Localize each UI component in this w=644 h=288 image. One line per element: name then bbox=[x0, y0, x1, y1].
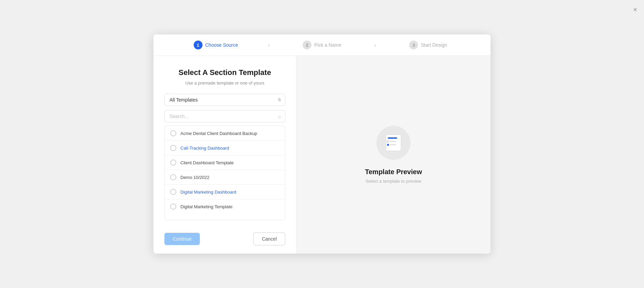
template-name: Acme Dental Client Dashboard Backup bbox=[180, 131, 257, 136]
search-icon: ⌕ bbox=[278, 113, 281, 119]
preview-template-icon bbox=[383, 133, 404, 153]
template-name: Client Dashboard Template bbox=[180, 160, 234, 165]
template-item[interactable]: Acme Dental Client Dashboard Backup bbox=[165, 126, 285, 141]
svg-rect-0 bbox=[386, 135, 401, 151]
template-list: Acme Dental Client Dashboard BackupCall-… bbox=[164, 126, 285, 220]
search-input[interactable] bbox=[164, 110, 285, 122]
template-item[interactable]: Demo 10/2022 bbox=[165, 170, 285, 185]
preview-title: Template Preview bbox=[365, 168, 422, 176]
svg-rect-3 bbox=[390, 141, 396, 142]
continue-button[interactable]: Continue bbox=[164, 233, 200, 245]
template-item[interactable]: Call-Tracking Dashboard bbox=[165, 141, 285, 155]
step-2: 2 Pick a Name bbox=[273, 41, 371, 49]
step-arrow-1: › bbox=[268, 42, 270, 49]
template-name: Demo 10/2022 bbox=[180, 175, 209, 180]
radio-circle bbox=[170, 203, 176, 210]
step-1-number: 1 bbox=[194, 41, 203, 49]
step-2-number: 2 bbox=[303, 41, 311, 49]
step-3-number: 3 bbox=[409, 41, 418, 49]
cancel-button[interactable]: Cancel bbox=[253, 232, 285, 245]
panel-footer: Continue Cancel bbox=[164, 226, 285, 245]
step-3: 3 Start Design bbox=[380, 41, 477, 49]
radio-circle bbox=[170, 174, 176, 180]
template-name: Digital Marketing Template bbox=[180, 204, 232, 209]
svg-rect-5 bbox=[390, 144, 396, 145]
template-item[interactable]: Client Dashboard Template bbox=[165, 155, 285, 170]
preview-icon-wrapper bbox=[376, 126, 410, 160]
template-name: Digital Marketing Dashboard bbox=[180, 190, 236, 195]
radio-circle bbox=[170, 145, 176, 151]
template-item[interactable]: Digital Marketing Template bbox=[165, 199, 285, 214]
step-arrow-2: › bbox=[374, 42, 376, 49]
panel-title: Select A Section Template bbox=[164, 68, 285, 77]
svg-rect-1 bbox=[388, 137, 397, 139]
stepper: 1 Choose Source › 2 Pick a Name › 3 Star… bbox=[154, 34, 490, 56]
step-1-label: Choose Source bbox=[205, 42, 238, 48]
radio-circle bbox=[170, 130, 176, 136]
template-item[interactable]: Digital Marketing Dashboard bbox=[165, 185, 285, 199]
left-panel: Select A Section Template Use a premade … bbox=[154, 56, 296, 254]
close-button[interactable]: × bbox=[633, 6, 637, 13]
step-1: 1 Choose Source bbox=[167, 41, 264, 49]
step-2-label: Pick a Name bbox=[314, 42, 341, 48]
template-filter-dropdown[interactable]: All Templates My Templates Shared Templa… bbox=[164, 94, 285, 106]
modal-body: Select A Section Template Use a premade … bbox=[154, 56, 490, 254]
right-panel: Template Preview Select a template to pr… bbox=[296, 56, 490, 254]
template-filter-dropdown-wrapper: All Templates My Templates Shared Templa… bbox=[164, 94, 285, 106]
radio-circle bbox=[170, 160, 176, 166]
preview-subtitle: Select a template to preview bbox=[366, 179, 421, 184]
template-name: Call-Tracking Dashboard bbox=[180, 146, 229, 151]
panel-subtitle: Use a premade template or one of yours bbox=[164, 80, 285, 86]
svg-point-4 bbox=[387, 144, 389, 146]
step-3-label: Start Design bbox=[421, 42, 447, 48]
radio-circle bbox=[170, 189, 176, 195]
modal-wrapper: 1 Choose Source › 2 Pick a Name › 3 Star… bbox=[154, 34, 490, 254]
search-wrapper: ⌕ bbox=[164, 110, 285, 122]
